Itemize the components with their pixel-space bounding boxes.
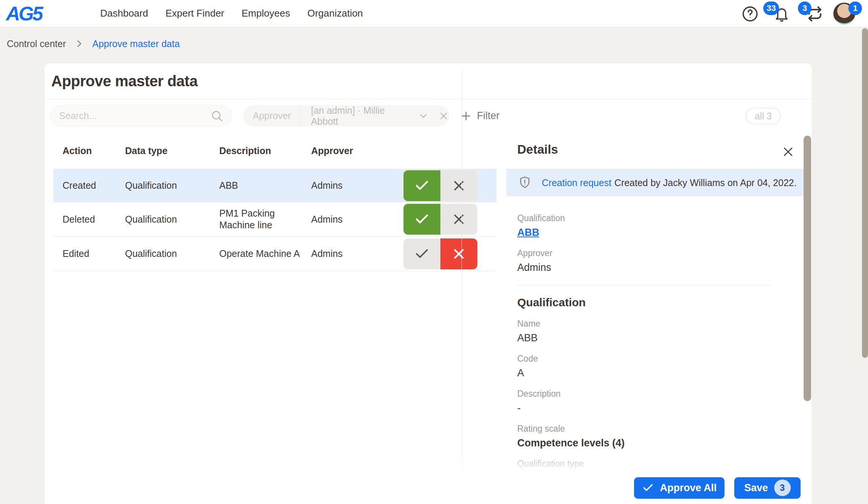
shield-alert-icon [518, 176, 532, 190]
table-row[interactable]: Created Qualification ABB Admins [53, 169, 497, 202]
breadcrumb-control-center[interactable]: Control center [7, 38, 66, 49]
approver-filter-chip[interactable]: Approver [an admin] · Millie Abbott [243, 105, 449, 127]
approve-button[interactable] [403, 170, 440, 201]
details-header: Details [506, 133, 812, 169]
filter-row: Approver [an admin] · Millie Abbott Filt… [44, 99, 812, 133]
field-label: Qualification type [517, 458, 770, 469]
notifications-badge: 33 [763, 2, 779, 15]
approve-button[interactable] [403, 238, 440, 269]
section-divider [517, 285, 770, 286]
panel-divider [462, 69, 462, 472]
col-header-description: Description [219, 145, 311, 157]
app-logo[interactable]: AG5 [6, 2, 59, 25]
page-scrollbar[interactable] [862, 28, 868, 358]
nav-dashboard[interactable]: Dashboard [100, 8, 148, 19]
field-approver: Approver Admins [517, 247, 770, 274]
approver-chip-label: Approver [243, 110, 301, 121]
save-count-badge: 3 [774, 480, 791, 496]
approve-master-data-card: Approve master data Approver [an admin] … [44, 63, 812, 504]
decision-toggle [403, 170, 477, 201]
details-content: Qualification ABB Approver Admins Qualif… [517, 212, 770, 493]
cell-data-type: Qualification [125, 248, 219, 259]
sync-badge: 3 [798, 2, 811, 15]
field-code: Code A [517, 353, 770, 379]
search-box [50, 105, 232, 127]
field-label: Qualification [517, 212, 770, 224]
approve-all-label: Approve All [660, 482, 717, 494]
save-label: Save [744, 482, 768, 494]
creation-request-text: Created by Jacky Williams on Apr 04, 202… [614, 177, 797, 188]
approver-chip-value: [an admin] · Millie Abbott [301, 105, 418, 127]
cell-action: Edited [53, 248, 125, 259]
creation-request-link[interactable]: Creation request [542, 177, 611, 188]
plus-icon [460, 110, 472, 122]
add-filter-button[interactable]: Filter [460, 105, 500, 127]
table-row[interactable]: Deleted Qualification PM1 Packing Machin… [53, 202, 497, 236]
col-header-data-type: Data type [125, 145, 219, 156]
field-value: - [517, 402, 770, 414]
count-badge: all 3 [746, 108, 781, 124]
cell-approver: Admins [311, 180, 403, 191]
chevron-right-icon [74, 39, 84, 49]
details-title: Details [517, 142, 558, 157]
field-qualification: Qualification ABB [517, 212, 770, 239]
nav-employees[interactable]: Employees [241, 8, 290, 19]
field-rating-scale: Rating scale Competence levels (4) [517, 423, 770, 449]
cell-description: Operate Machine A [219, 248, 311, 260]
details-scrollbar[interactable] [804, 136, 811, 401]
field-value: A [517, 367, 770, 379]
reject-button[interactable] [440, 170, 477, 201]
decision-toggle [403, 238, 477, 269]
approve-button[interactable] [403, 204, 440, 235]
reject-button[interactable] [440, 238, 477, 269]
nav-organization[interactable]: Organization [307, 8, 363, 19]
field-label: Description [517, 388, 770, 399]
cell-action: Created [53, 180, 125, 191]
nav-expert-finder[interactable]: Expert Finder [165, 8, 224, 19]
breadcrumb-current: Approve master data [92, 38, 180, 49]
clear-filter-icon[interactable] [438, 110, 449, 122]
field-value: Competence levels (4) [517, 437, 770, 449]
card-body: Action Data type Description Approver Cr… [44, 133, 812, 472]
decision-toggle [403, 204, 477, 235]
field-label: Approver [517, 247, 770, 259]
bottom-action-bar: Approve All Save 3 [44, 472, 812, 504]
cell-action: Deleted [53, 214, 125, 225]
table-area: Action Data type Description Approver Cr… [44, 133, 506, 472]
qualification-link[interactable]: ABB [517, 226, 539, 239]
close-icon[interactable] [782, 145, 795, 158]
search-input[interactable] [59, 110, 211, 121]
cell-approver: Admins [311, 214, 403, 225]
col-header-action: Action [53, 145, 125, 156]
check-icon [642, 482, 654, 494]
field-value: ABB [517, 331, 770, 344]
chevron-down-icon[interactable] [418, 110, 429, 122]
add-filter-label: Filter [477, 110, 500, 122]
cell-data-type: Qualification [125, 214, 219, 225]
field-value: Admins [517, 261, 770, 274]
cell-description: ABB [219, 180, 311, 191]
field-description: Description - [517, 388, 770, 414]
cell-data-type: Qualification [125, 180, 219, 191]
details-panel: Details Creation request Created by Jack… [506, 133, 812, 472]
table-header: Action Data type Description Approver [53, 133, 497, 169]
field-label: Name [517, 318, 770, 329]
breadcrumb: Control center Approve master data [7, 27, 180, 60]
qualification-section-title: Qualification [517, 296, 770, 309]
card-title-row: Approve master data [44, 63, 812, 99]
approvals-table: Action Data type Description Approver Cr… [53, 133, 497, 271]
table-row[interactable]: Edited Qualification Operate Machine A A… [53, 236, 497, 271]
field-label: Rating scale [517, 423, 770, 434]
avatar-badge: 1 [848, 2, 862, 15]
top-header: AG5 Dashboard Expert Finder Employees Or… [0, 0, 868, 27]
reject-button[interactable] [440, 204, 477, 235]
approve-all-button[interactable]: Approve All [634, 477, 724, 499]
page-title: Approve master data [51, 73, 197, 90]
field-label: Code [517, 353, 770, 364]
col-header-approver: Approver [311, 145, 403, 156]
cell-approver: Admins [311, 248, 403, 259]
cell-description: PM1 Packing Machine line [219, 208, 311, 231]
help-icon[interactable] [741, 5, 759, 23]
main-nav: Dashboard Expert Finder Employees Organi… [100, 8, 363, 19]
save-button[interactable]: Save 3 [734, 477, 801, 499]
